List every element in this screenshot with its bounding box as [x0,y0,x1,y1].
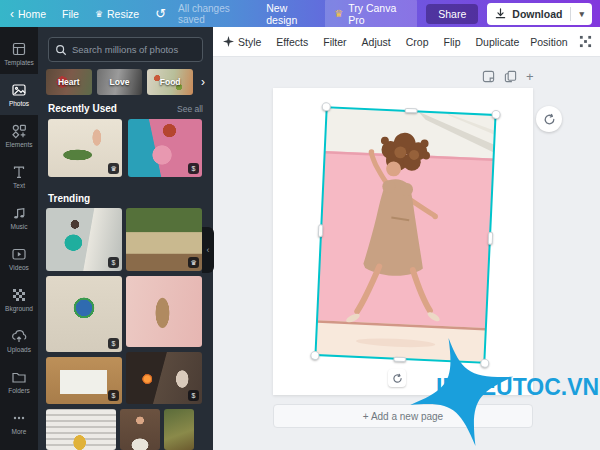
paid-badge: $ [188,163,199,174]
download-icon [495,8,506,19]
style-button[interactable]: Style [223,36,261,48]
see-all-link[interactable]: See all [177,104,203,114]
search-input[interactable] [72,44,196,55]
collapse-chevron-icon: ‹ [207,245,210,255]
flip-button[interactable]: Flip [444,36,461,48]
photo-thumb-green-art[interactable] [164,409,194,450]
resize-handle-top[interactable] [404,108,417,114]
chip-food[interactable]: Food [147,69,193,95]
resize-handle-right[interactable] [488,232,494,245]
photo-thumb-girl-pink[interactable] [126,276,202,347]
photo-thumb-guitar-man[interactable]: $ [46,208,122,271]
page-actions: + [482,70,534,83]
photo-thumb-fireplace[interactable]: $ [126,352,202,404]
photo-thumb-dinner-party[interactable]: ♛ [126,208,202,271]
sidebar-item-photos[interactable]: Photos [0,74,38,115]
paid-badge: $ [108,390,119,401]
recently-used-title: Recently Used [48,103,117,114]
paid-badge: $ [108,338,119,349]
text-icon [11,164,27,180]
chip-love[interactable]: Love [97,69,143,95]
selected-photo-jumping-woman[interactable] [315,107,495,362]
position-button[interactable]: Position [530,36,567,48]
add-new-page-button[interactable]: + Add a new page [273,404,533,428]
paid-badge: $ [108,257,119,268]
sidebar-item-label: Music [11,223,28,230]
effects-button[interactable]: Effects [276,36,308,48]
chip-heart[interactable]: Heart [46,69,92,95]
sidebar-item-more[interactable]: More [0,402,38,443]
share-button[interactable]: Share [426,4,478,24]
photo-thumb-sink-wash[interactable]: $ [46,357,122,404]
sidebar-item-videos[interactable]: Videos [0,238,38,279]
sidebar-item-text[interactable]: Text [0,156,38,197]
download-dropdown-chevron-icon[interactable]: ▾ [577,9,584,19]
resize-handle-left[interactable] [318,224,324,237]
background-icon [11,287,27,303]
rotate-icon [543,113,556,126]
sidebar-item-label: Templates [4,59,34,66]
sidebar-item-folders[interactable]: Folders [0,361,38,402]
sidebar-item-music[interactable]: Music [0,197,38,238]
image-toolbar: Style Effects Filter Adjust Crop Flip Du… [213,27,600,57]
adjust-button[interactable]: Adjust [362,36,391,48]
trending-header: Trending [48,193,203,204]
sparkle-icon [223,36,234,47]
sidebar-item-elements[interactable]: Elements [0,115,38,156]
duplicate-page-icon[interactable] [504,70,517,83]
filter-button[interactable]: Filter [323,36,346,48]
videos-icon [11,246,27,262]
music-icon [11,205,27,221]
sidebar-item-label: Elements [5,141,32,148]
topbar-right: New design ♛ Try Canva Pro Share Downloa… [266,0,592,30]
search-box[interactable] [48,37,203,62]
notes-icon[interactable] [482,70,495,83]
paid-badge: $ [188,390,199,401]
page-rotate-button[interactable] [536,106,562,132]
toolbar-right: Duplicate Position [475,35,600,48]
sidebar-item-label: More [12,428,27,435]
sidebar-item-label: Text [13,182,25,189]
image-rotate-handle[interactable] [388,369,406,387]
recently-used-header: Recently Used See all [48,103,203,114]
templates-icon [11,41,27,57]
resize-handle-bottom[interactable] [393,357,406,363]
pro-badge: ♛ [188,257,199,268]
home-button[interactable]: ‹ Home [10,8,46,20]
photo-thumb-globe-hands[interactable]: $ [46,276,122,352]
uploads-icon [11,328,27,344]
sidebar-item-label: Photos [9,100,29,107]
topbar: ‹ Home File ♛ Resize ↺ All changes saved… [0,0,600,27]
sidebar-item-templates[interactable]: Templates [0,33,38,74]
elements-icon [11,123,27,139]
sidebar-item-background[interactable]: Bkground [0,279,38,320]
resize-button[interactable]: ♛ Resize [95,8,139,20]
sidebar-item-uploads[interactable]: Uploads [0,320,38,361]
pro-badge: ♛ [108,163,119,174]
chips-next-chevron-icon[interactable]: › [198,75,208,89]
duplicate-button[interactable]: Duplicate [475,36,519,48]
photo-thumb-flower-bouquet[interactable]: $ [128,119,202,177]
download-label: Download [512,8,562,20]
photo-thumb-chef[interactable] [120,409,160,450]
panel-collapse-tab[interactable]: ‹ [202,227,214,273]
try-canva-pro-button[interactable]: ♛ Try Canva Pro [325,0,417,30]
photo-thumb-fern-hand[interactable]: ♛ [48,119,122,177]
selected-image-group [315,107,495,362]
rotate-icon [392,373,403,384]
download-button[interactable]: Download ▾ [487,3,592,25]
new-design-button[interactable]: New design [266,2,316,26]
photo-thumb-blinds-child[interactable] [46,409,116,450]
more-icon [11,410,27,426]
crop-button[interactable]: Crop [406,36,429,48]
undo-icon[interactable]: ↺ [155,6,166,21]
trending-title: Trending [48,193,90,204]
transparency-icon[interactable] [579,35,592,48]
try-pro-label: Try Canva Pro [348,2,408,26]
search-icon [55,44,67,56]
sidebar-item-label: Folders [8,387,30,394]
jumping-woman-illustration [315,107,495,362]
style-label: Style [238,36,261,48]
add-page-icon[interactable]: + [526,70,534,83]
file-menu-button[interactable]: File [62,8,79,20]
